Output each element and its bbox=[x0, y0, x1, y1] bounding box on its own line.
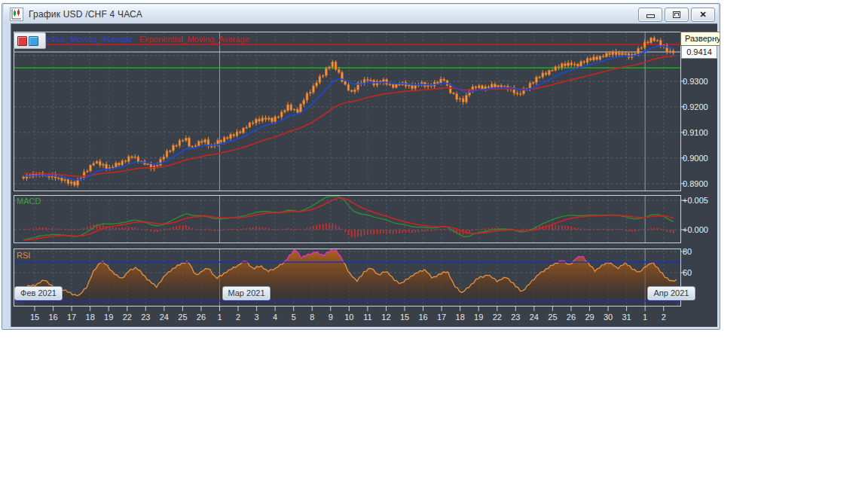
price-axis-label: 0.9200 bbox=[683, 102, 720, 112]
x-axis-label: 16 bbox=[414, 312, 432, 322]
x-axis-label: 25 bbox=[543, 312, 561, 322]
x-axis-label: 19 bbox=[469, 312, 487, 322]
x-axis-label: 9 bbox=[322, 312, 340, 322]
restore-button[interactable] bbox=[665, 8, 689, 22]
x-axis-label: 18 bbox=[451, 312, 469, 322]
x-axis-label: 26 bbox=[192, 312, 210, 322]
current-price-marker: 0.9414 bbox=[681, 45, 717, 59]
x-axis-label: 12 bbox=[377, 312, 395, 322]
x-axis-label: 8 bbox=[303, 312, 321, 322]
x-axis-label: 16 bbox=[44, 312, 63, 322]
macd-axis-label: +0.000 bbox=[683, 224, 720, 235]
x-axis-label: 10 bbox=[340, 312, 358, 322]
x-axis-label: 4 bbox=[266, 312, 284, 322]
rsi-title: RSI bbox=[17, 251, 30, 261]
minimize-button[interactable] bbox=[638, 8, 662, 22]
close-button[interactable]: ✕ bbox=[691, 8, 715, 22]
rsi-axis-label: 60 bbox=[683, 267, 720, 278]
price-axis-label: 0.8900 bbox=[683, 178, 720, 189]
month-chip-mar[interactable]: Мар 2021 bbox=[222, 286, 270, 300]
red-indicator-button[interactable] bbox=[17, 36, 27, 46]
x-axis-label: 5 bbox=[285, 312, 303, 322]
x-axis-label: 25 bbox=[173, 312, 191, 322]
x-axis-label: 17 bbox=[432, 312, 451, 322]
x-axis-label: 15 bbox=[26, 312, 44, 322]
legend-ema-blue-label: ential_Moving_Average bbox=[46, 35, 133, 44]
chart-client-area: ential_Moving_Average Exponential_Moving… bbox=[11, 23, 717, 327]
chart-plot[interactable] bbox=[11, 24, 717, 327]
x-axis-label: 1 bbox=[211, 312, 229, 322]
x-axis-label: 3 bbox=[248, 312, 266, 322]
month-chip-apr[interactable]: Апр 2021 bbox=[647, 286, 695, 300]
window-title: График USD /CHF 4 ЧАСА bbox=[29, 9, 142, 20]
x-axis-label: 2 bbox=[655, 312, 673, 322]
x-axis-label: 24 bbox=[525, 312, 543, 322]
x-axis-label: 17 bbox=[63, 312, 81, 322]
x-axis-label: 31 bbox=[618, 312, 636, 322]
macd-axis-label: +0.005 bbox=[683, 195, 720, 206]
month-chip-feb[interactable]: Фев 2021 bbox=[14, 286, 63, 300]
x-axis-label: 22 bbox=[118, 312, 136, 322]
legend: ential_Moving_Average Exponential_Moving… bbox=[46, 34, 249, 44]
restore-icon bbox=[673, 11, 680, 18]
candlestick-chart-icon bbox=[10, 8, 23, 21]
x-axis-label: 30 bbox=[599, 312, 617, 322]
window-controls: ✕ bbox=[636, 8, 715, 22]
macd-title: MACD bbox=[17, 197, 41, 206]
legend-ema-red-label: Exponential_Moving_Average bbox=[139, 35, 249, 44]
x-axis-label: 11 bbox=[359, 312, 377, 322]
x-axis-label: 2 bbox=[229, 312, 247, 322]
desktop: График USD /CHF 4 ЧАСА ✕ ential_Moving_A… bbox=[0, 0, 868, 488]
app-window: График USD /CHF 4 ЧАСА ✕ ential_Moving_A… bbox=[2, 3, 720, 330]
title-bar[interactable]: График USD /CHF 4 ЧАСА ✕ bbox=[4, 5, 718, 24]
rsi-axis-label: 80 bbox=[683, 246, 720, 257]
x-axis-label: 22 bbox=[488, 312, 506, 322]
blue-indicator-button[interactable] bbox=[29, 36, 38, 46]
price-axis-label: 0.9100 bbox=[683, 127, 720, 138]
x-axis-label: 19 bbox=[99, 312, 118, 322]
price-axis-label: 0.9000 bbox=[683, 153, 720, 163]
x-axis-label: 23 bbox=[136, 312, 154, 322]
x-axis-label: 26 bbox=[562, 312, 580, 322]
x-axis-label: 24 bbox=[155, 312, 173, 322]
close-icon: ✕ bbox=[699, 11, 706, 19]
x-axis-label: 29 bbox=[581, 312, 599, 322]
x-axis-label: 1 bbox=[636, 312, 654, 322]
minimize-icon bbox=[646, 14, 655, 18]
maximize-tooltip: Развернуть bbox=[680, 32, 720, 46]
indicator-buttons-chip bbox=[14, 32, 46, 49]
price-axis-label: 0.9300 bbox=[683, 76, 720, 87]
x-axis-label: 15 bbox=[396, 312, 414, 322]
x-axis-label: 18 bbox=[81, 312, 99, 322]
x-axis-label: 23 bbox=[506, 312, 524, 322]
